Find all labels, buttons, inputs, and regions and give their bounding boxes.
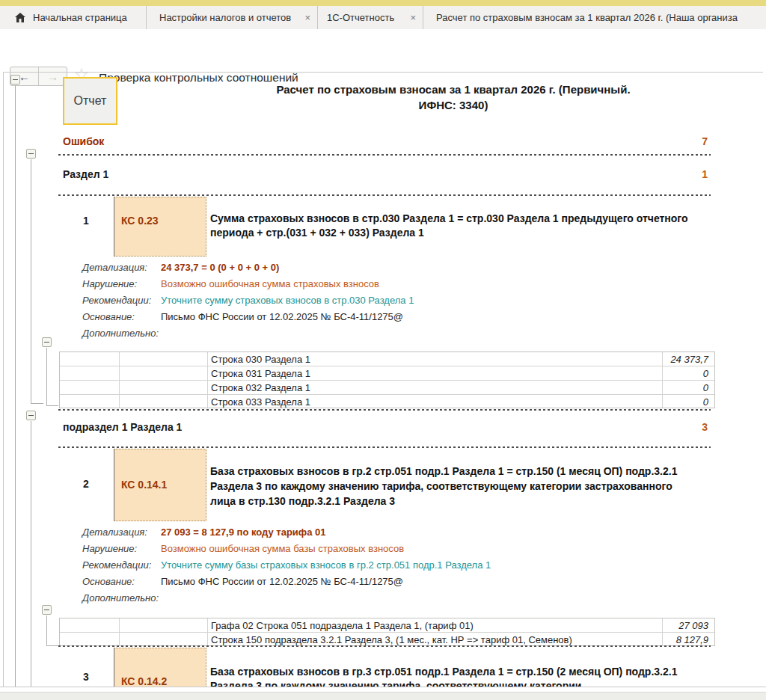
table-row-label: Строка 032 Раздела 1 [211,382,310,393]
table-row[interactable]: Строка 032 Раздела 1 0 [60,381,714,395]
dotted-separator [58,446,711,448]
errors-label: Ошибок [63,135,104,147]
check-code-cell[interactable]: КС 0.14.2 [114,648,206,687]
tree-line [46,615,47,645]
table-row-value: 0 [662,382,708,393]
dotted-separator [58,409,711,411]
section-title: Раздел 1 [63,168,108,180]
table-row-value: 0 [662,396,708,408]
tab-report[interactable]: Расчет по страховым взносам за 1 квартал… [423,6,766,29]
tree-line [46,405,58,406]
section-title: подраздел 1 Раздела 1 [63,421,182,433]
collapse-button-table1[interactable] [42,337,52,347]
tab-1c-reporting[interactable]: 1С-Отчетность × [318,6,423,29]
pane-border-bottom [0,687,766,687]
check-description: База страховых взносов в гр.2 стр.051 по… [210,464,696,509]
field-label-recommendation: Рекомендации: [82,559,151,571]
check-code: КС 0.14.2 [121,675,167,687]
nav-bar: ← → ☆ Проверка контрольных соотношений [0,29,766,72]
report-title-line2: ИФНС: 3340) [206,99,700,111]
field-label-basis: Основание: [82,311,135,322]
check-number: 1 [58,215,114,227]
recommendation-text: Уточните сумму базы страховых взносов в … [161,559,491,571]
detail-table: Строка 030 Раздела 1 24 373,7 Строка 031… [59,351,715,408]
pane-border-top [3,72,763,73]
collapse-button-table2[interactable] [42,605,52,615]
check-number: 3 [58,671,114,683]
basis-text: Письмо ФНС России от 12.02.2025 № БС-4-1… [161,311,403,322]
basis-text: Письмо ФНС России от 12.02.2025 № БС-4-1… [161,576,403,587]
check-code: КС 0.14.1 [121,479,167,491]
check-code-cell[interactable]: КС 0.14.1 [114,449,206,521]
detail-table: Графа 02 Строка 051 подраздела 1 Раздела… [59,618,715,646]
field-label-additional: Дополнительно: [82,592,159,604]
check-description: База страховых взносов в гр.3 стр.051 по… [210,665,696,687]
check-number: 2 [58,478,114,490]
dotted-separator [58,154,711,156]
section-count: 1 [636,168,708,180]
field-label-additional: Дополнительно: [82,328,159,339]
table-row-label: Строка 031 Раздела 1 [211,368,310,379]
tree-line [31,159,31,404]
home-icon [15,13,25,22]
tree-line [15,85,16,687]
tree-line [46,645,58,646]
table-row[interactable]: Графа 02 Строка 051 подраздела 1 Раздела… [60,618,714,633]
check-code: КС 0.23 [121,215,159,227]
section-count: 3 [636,421,708,433]
dotted-separator [58,645,711,647]
field-label-detail: Детализация: [82,262,147,273]
table-row[interactable]: Строка 031 Раздела 1 0 [60,366,714,381]
table-row-label: Строка 030 Раздела 1 [211,354,310,365]
tree-line [46,348,47,405]
tab-tax-settings[interactable]: Настройки налогов и отчетов × [147,6,318,29]
tab-home[interactable]: Начальная страница [0,6,147,29]
check-code-cell[interactable]: КС 0.23 [114,197,206,257]
field-label-basis: Основание: [82,576,135,587]
dotted-separator [58,194,711,196]
tab-label: Начальная страница [33,12,127,23]
table-row-label: Графа 02 Строка 051 подраздела 1 Раздела… [211,620,474,631]
tab-close-icon[interactable]: × [304,12,310,23]
violation-text: Возможно ошибочная сумма страховых взнос… [161,278,379,289]
tab-label: 1С-Отчетность [327,12,394,23]
detail-value: 24 373,7 = 0 (0 + 0 + 0 + 0) [161,262,279,273]
tab-label: Расчет по страховым взносам за 1 квартал… [436,12,738,23]
recommendation-text: Уточните сумму страховых взносов в стр.0… [161,295,414,306]
pane-border-left [3,72,4,687]
field-label-detail: Детализация: [82,526,147,538]
table-row-value: 0 [662,368,708,379]
table-row[interactable]: Строка 033 Раздела 1 0 [60,395,714,409]
table-row-value: 27 093 [662,620,708,631]
detail-value: 27 093 = 8 127,9 по коду тарифа 01 [161,526,326,538]
check-description: Сумма страховых взносов в стр.030 Раздел… [210,212,696,240]
tab-bar: Начальная страница Настройки налогов и о… [0,6,766,30]
report-title-line1: Расчет по страховым взносам за 1 квартал… [206,83,700,96]
field-label-violation: Нарушение: [82,543,137,554]
field-label-recommendation: Рекомендации: [82,295,151,306]
app-window: Начальная страница Настройки налогов и о… [0,0,766,700]
tab-label: Настройки налогов и отчетов [159,12,291,23]
collapse-button-report[interactable] [10,75,20,85]
collapse-button-section2[interactable] [26,411,36,420]
tree-line [31,403,43,404]
table-row-value: 8 127,9 [662,634,708,645]
field-label-violation: Нарушение: [82,278,137,289]
tree-line [31,421,31,687]
report-corner-cell[interactable]: Отчет [63,77,117,125]
tab-close-icon[interactable]: × [410,12,416,23]
table-row-value: 24 373,7 [662,354,708,365]
table-row[interactable]: Строка 030 Раздела 1 24 373,7 [60,352,714,366]
errors-count: 7 [636,135,708,147]
violation-text: Возможно ошибочная сумма базы страховых … [161,543,404,554]
table-row-label: Строка 033 Раздела 1 [211,396,310,408]
status-bar [0,692,766,700]
window-top-strip [0,0,766,6]
collapse-button-section1[interactable] [26,149,36,159]
table-row-label: Строка 150 подраздела 3.2.1 Раздела 3, (… [211,634,572,645]
